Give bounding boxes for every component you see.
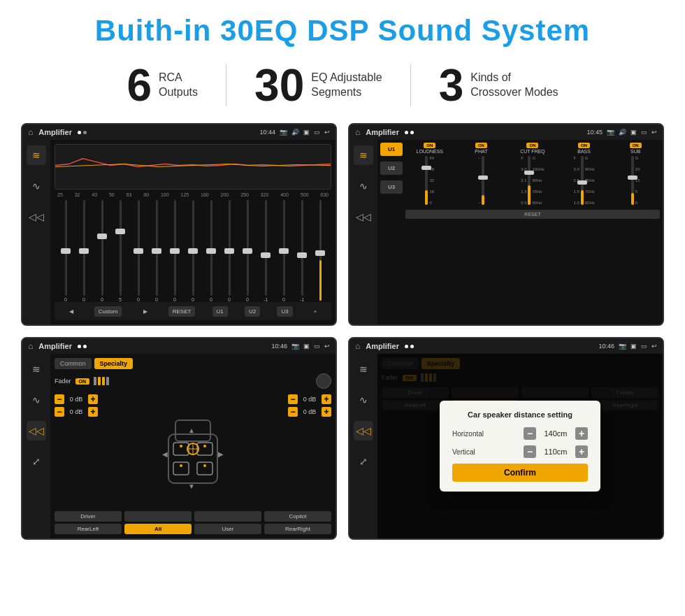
xover-user-btns: U1 U2 U3 [380,143,403,322]
wave-icon-1[interactable]: ∿ [27,176,46,196]
loudness-slider[interactable] [425,156,428,205]
plus-btn-tr[interactable]: + [322,394,331,404]
u3-btn-1[interactable]: U3 [277,306,292,317]
u2-btn-1[interactable]: U2 [245,306,260,317]
app-title-1: Amplifier [38,128,72,136]
eq-slider-25: 0 [57,200,74,302]
db-row-bottomright: − 0 dB + [288,407,331,417]
phat-slider[interactable] [482,156,484,205]
next-btn[interactable]: ▶ [139,306,152,317]
user-btn-spk[interactable]: User [194,524,261,534]
spk-main: Common Specialty Fader ON [50,354,336,538]
horizontal-label: Horizontal [452,430,484,438]
minus-btn-tr[interactable]: − [288,394,298,404]
confirm-button[interactable]: Confirm [452,464,588,482]
horizontal-value: 140cm [540,429,571,438]
spacer-btn-l [124,511,192,522]
wave-icon-3[interactable]: ∿ [27,390,46,410]
eq-icon-1[interactable]: ≋ [27,145,46,165]
home-icon-4: ⌂ [355,341,360,351]
u1-btn-1[interactable]: U1 [212,306,228,317]
signal-icon-2: ▣ [630,129,637,136]
plus-btn-br[interactable]: + [322,407,331,417]
all-btn[interactable]: All [124,524,192,534]
vertical-plus-btn[interactable]: + [575,445,588,458]
plus-btn-tl[interactable]: + [88,394,98,404]
minus-btn-tl[interactable]: − [55,394,64,404]
sub-slider[interactable] [631,156,634,205]
spk-controls-left: − 0 dB + − 0 dB + [55,394,98,508]
battery-icon-2: ▭ [641,129,647,136]
spk-left-icons: ≋ ∿ ◁◁ ⤢ [22,354,50,538]
horizontal-minus-btn[interactable]: − [524,427,536,440]
stat-number-crossover: 3 [439,63,464,108]
ch-sub: ON SUB G [611,143,660,205]
minus-btn-br[interactable]: − [288,407,298,417]
wave-icon-2[interactable]: ∿ [354,176,373,196]
prev-btn[interactable]: ◀ [65,306,78,317]
spk-bottom-btns: Driver Copilot [55,511,331,522]
u1-btn-xover[interactable]: U1 [380,143,403,156]
page-title: Buith-in 30EQ DSP Sound System [21,14,664,48]
dialog-overlay: Car speaker distance setting Horizontal … [377,354,663,538]
speaker-icon-3[interactable]: ◁◁ [27,421,46,440]
minus-btn-bl[interactable]: − [55,407,64,417]
reset-btn-1[interactable]: RESET [168,306,196,317]
custom-btn[interactable]: Custom [94,306,122,317]
spk-bottom-btns-2: RearLeft All User RearRight [55,524,331,534]
tab-common-3[interactable]: Common [55,358,92,369]
xover-top-row: ON LOUDNESS 64 [405,143,660,205]
home-icon-3: ⌂ [28,341,33,351]
eq-slider-100: 0 [166,200,183,302]
eq-bottom-bar: ◀ Custom ▶ RESET U1 U2 U3 » [55,302,331,320]
status-time-4: 10:46 [598,343,614,350]
eq-icon-3[interactable]: ≋ [27,359,46,379]
screen-distance: ⌂ Amplifier 10:46 📷 ▣ ▭ ↩ ≋ [348,337,664,540]
app-title-4: Amplifier [366,342,399,350]
horizontal-plus-btn[interactable]: + [575,427,588,440]
expand-icon-4[interactable]: ⤢ [354,452,373,471]
eq-icon-2[interactable]: ≋ [354,145,373,165]
bass-slider[interactable] [581,156,584,205]
reset-btn-xover[interactable]: RESET [405,210,660,219]
copilot-btn[interactable]: Copilot [264,511,331,522]
status-time-2: 10:45 [586,129,603,136]
svg-point-12 [203,464,206,467]
stat-crossover: 3 Kinds of Crossover Modes [411,63,586,108]
stat-eq: 30 EQ Adjustable Segments [226,63,410,108]
fader-slider[interactable] [94,377,109,385]
driver-btn[interactable]: Driver [55,511,122,522]
status-bar-1: ⌂ Amplifier 10:44 📷 🔊 ▣ ▭ ↩ [22,124,336,140]
stat-number-eq: 30 [254,63,304,108]
page-container: Buith-in 30EQ DSP Sound System 6 RCA Out… [0,0,685,554]
camera-icon-2: 📷 [607,129,614,136]
signal-icon-3: ▣ [303,343,310,350]
expand-icon-3[interactable]: ⤢ [27,452,46,471]
vertical-minus-btn[interactable]: − [524,445,536,458]
tab-specialty-3[interactable]: Specialty [94,358,134,369]
speaker-icon-2[interactable]: ◁◁ [354,207,373,227]
speaker-icon-4[interactable]: ◁◁ [354,421,373,440]
left-icons-1: ≋ ∿ ◁◁ [22,140,50,324]
rearleft-btn[interactable]: RearLeft [55,524,122,534]
vertical-label: Vertical [452,448,475,456]
u3-btn-xover[interactable]: U3 [380,180,403,194]
eq-icon-4[interactable]: ≋ [354,359,373,379]
eq-freq-labels: 25 32 40 50 63 80 100 125 160 200 250 32… [55,192,331,197]
cutfreq-slider[interactable] [528,156,531,205]
status-bar-3: ⌂ Amplifier 10:46 📷 ▣ ▭ ↩ [22,338,336,354]
eq-graph [55,144,331,189]
speaker-icon-1[interactable]: ◁◁ [27,207,46,227]
spk-tabs: Common Specialty [55,358,331,369]
horizontal-control: − 140cm + [524,427,588,440]
dialog-title: Car speaker distance setting [452,410,588,419]
plus-btn-bl[interactable]: + [88,407,98,417]
signal-icon-1: ▣ [303,129,310,136]
expand-icon[interactable]: » [310,306,321,317]
wave-icon-4[interactable]: ∿ [354,390,373,410]
screens-grid: ⌂ Amplifier 10:44 📷 🔊 ▣ ▭ ↩ [21,123,664,540]
u2-btn-xover[interactable]: U2 [380,162,403,175]
battery-icon-4: ▭ [641,343,647,350]
volume-icon-1: 🔊 [291,129,299,136]
rearright-btn[interactable]: RearRight [264,524,331,534]
